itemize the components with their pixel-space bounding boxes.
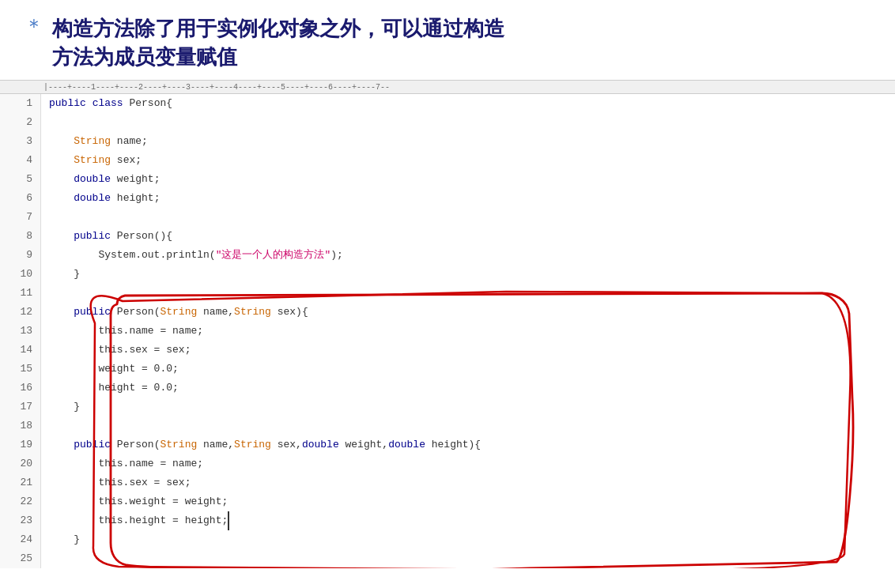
table-row: 3 String name; (0, 132, 895, 151)
table-row: 25 (0, 549, 895, 568)
table-row: 5 double weight; (0, 170, 895, 189)
table-row: 21 this.sex = sex; (0, 473, 895, 492)
table-row: 13 this.name = name; (0, 322, 895, 341)
table-row: 19 public Person(String name,String sex,… (0, 435, 895, 454)
table-row: 17 } (0, 398, 895, 416)
table-row: 7 (0, 208, 895, 227)
table-row: 1 public class Person{ (0, 94, 895, 113)
table-row: 14 this.sex = sex; (0, 341, 895, 360)
ruler-text: |----+----1----+----2----+----3----+----… (43, 83, 390, 92)
table-row: 15 weight = 0.0; (0, 360, 895, 379)
table-row: 16 height = 0.0; (0, 379, 895, 398)
ruler: |----+----1----+----2----+----3----+----… (0, 80, 895, 94)
table-row: 6 double height; (0, 189, 895, 208)
table-row: 23 this.height = height; (0, 511, 895, 530)
code-area[interactable]: 1 public class Person{ 2 3 String name; … (0, 94, 895, 568)
title-section: ＊ 构造方法除了用于实例化对象之外，可以通过构造 方法为成员变量赋值 (0, 0, 895, 80)
title-line2: 方法为成员变量赋值 (52, 45, 237, 69)
bullet-icon: ＊ (24, 16, 44, 40)
title-line1: 构造方法除了用于实例化对象之外，可以通过构造 (52, 17, 504, 40)
table-row: 11 (0, 284, 895, 303)
table-row: 2 (0, 113, 895, 132)
table-row: 4 String sex; (0, 151, 895, 170)
table-row: 22 this.weight = weight; (0, 492, 895, 511)
table-row: 9 System.out.println("这是一个人的构造方法"); (0, 246, 895, 265)
page-container: ＊ 构造方法除了用于实例化对象之外，可以通过构造 方法为成员变量赋值 |----… (0, 0, 895, 588)
table-row: 20 this.name = name; (0, 454, 895, 473)
table-row: 8 public Person(){ (0, 227, 895, 246)
table-row: 10 } (0, 265, 895, 284)
table-row: 24 } (0, 530, 895, 549)
table-row: 12 public Person(String name,String sex)… (0, 303, 895, 322)
title-text: 构造方法除了用于实例化对象之外，可以通过构造 方法为成员变量赋值 (52, 14, 504, 72)
table-row: 18 (0, 416, 895, 435)
